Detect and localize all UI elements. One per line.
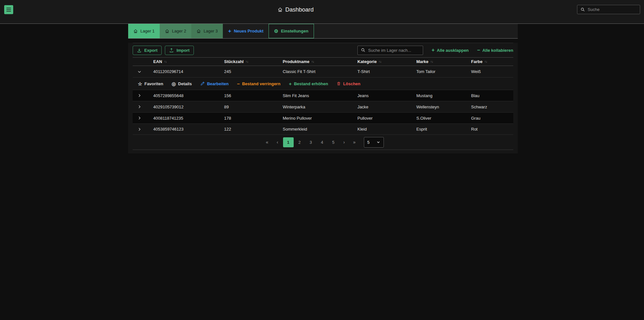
tab-bar: Lager 1 Lager 2 Lager 3 + Neues Produkt … bbox=[128, 24, 518, 39]
page-button-5[interactable]: 5 bbox=[328, 137, 339, 147]
pagination: « ‹ 1 2 3 4 5 › » 5 bbox=[133, 135, 513, 150]
import-button[interactable]: Import bbox=[165, 46, 194, 55]
star-icon: ☆ bbox=[138, 81, 142, 86]
cell-stueckzahl: 178 bbox=[224, 116, 283, 121]
home-icon bbox=[133, 29, 138, 33]
table-header-row: EAN ↑↓ Stückzahl ↑↓ Produktname ↑↓ Kateg… bbox=[133, 57, 513, 66]
table-row[interactable]: 4029105739012 89 Winterparka Jacke Welle… bbox=[133, 101, 513, 112]
table-row[interactable]: 4008118741235 178 Merino Pullover Pullov… bbox=[133, 112, 513, 123]
table-search-input[interactable] bbox=[368, 48, 420, 53]
cell-marke: S.Oliver bbox=[416, 116, 471, 121]
export-label: Export bbox=[144, 48, 157, 53]
expand-row-button[interactable] bbox=[133, 93, 153, 98]
tab-label: Lager 2 bbox=[172, 29, 186, 33]
expand-row-button[interactable] bbox=[133, 116, 153, 120]
cell-marke: Esprit bbox=[416, 127, 471, 132]
cell-farbe: Grau bbox=[471, 116, 513, 121]
cell-kategorie: Pullover bbox=[357, 116, 416, 121]
expand-row-button[interactable] bbox=[133, 127, 153, 132]
next-page-button[interactable]: › bbox=[339, 137, 349, 147]
cell-ean: 4011200296714 bbox=[153, 69, 224, 74]
chevron-down-icon bbox=[376, 140, 380, 144]
tab-label: Neues Produkt bbox=[234, 29, 263, 33]
expand-all-button[interactable]: + Alle ausklappen bbox=[431, 48, 469, 53]
gear-icon: ⚙ bbox=[274, 29, 278, 33]
page-size-select[interactable]: 5 bbox=[364, 137, 384, 148]
cell-farbe: Blau bbox=[471, 93, 513, 98]
minus-icon: − bbox=[477, 48, 480, 53]
home-icon bbox=[196, 29, 201, 33]
table-row[interactable]: 4011200296714 245 Classic Fit T-Shirt T-… bbox=[133, 66, 513, 77]
chevron-down-icon bbox=[137, 69, 142, 74]
plus-icon: + bbox=[228, 28, 231, 34]
tab-label: Einstellungen bbox=[281, 29, 308, 33]
cell-farbe: Rot bbox=[471, 127, 513, 132]
cell-ean: 4057289855648 bbox=[153, 93, 224, 98]
table-row[interactable]: 4057289855648 156 Slim Fit Jeans Jeans M… bbox=[133, 90, 513, 101]
sort-icon: ↑↓ bbox=[164, 60, 166, 63]
sort-icon: ↑↓ bbox=[379, 60, 381, 63]
details-button[interactable]: ◎ Details bbox=[172, 81, 192, 86]
first-page-button[interactable]: « bbox=[262, 137, 272, 147]
prev-page-button[interactable]: ‹ bbox=[273, 137, 282, 147]
topbar: Dashboard bbox=[0, 0, 644, 24]
cell-stueckzahl: 122 bbox=[224, 127, 283, 132]
cell-stueckzahl: 156 bbox=[224, 93, 283, 98]
tab-lager-3[interactable]: Lager 3 bbox=[191, 24, 223, 38]
decrease-stock-button[interactable]: − Bestand verringern bbox=[237, 81, 280, 86]
table-search bbox=[357, 46, 423, 55]
tab-label: Lager 1 bbox=[140, 29, 155, 33]
table-row[interactable]: 4053859746123 122 Sommerkleid Kleid Espr… bbox=[133, 123, 513, 135]
plus-icon: + bbox=[289, 81, 292, 86]
sort-icon: ↑↓ bbox=[431, 60, 433, 63]
global-search bbox=[577, 5, 640, 14]
last-page-button[interactable]: » bbox=[350, 137, 359, 147]
pencil-icon bbox=[200, 81, 205, 86]
page-title-text: Dashboard bbox=[285, 6, 314, 13]
chevron-right-icon bbox=[137, 93, 142, 98]
cell-ean: 4029105739012 bbox=[153, 105, 224, 109]
export-button[interactable]: Export bbox=[133, 46, 162, 55]
favorites-button[interactable]: ☆ Favoriten bbox=[138, 81, 163, 86]
collapse-row-button[interactable] bbox=[133, 69, 153, 74]
page-button-2[interactable]: 2 bbox=[294, 137, 305, 147]
cell-marke: Tom Tailor bbox=[416, 69, 471, 74]
delete-button[interactable]: Löschen bbox=[336, 81, 360, 86]
column-header-kategorie[interactable]: Kategorie ↑↓ bbox=[357, 59, 416, 64]
sort-icon: ↑↓ bbox=[484, 60, 487, 63]
search-icon bbox=[581, 7, 585, 12]
cell-produktname: Winterparka bbox=[283, 105, 357, 109]
global-search-input[interactable] bbox=[588, 7, 637, 12]
tab-lager-1[interactable]: Lager 1 bbox=[128, 24, 160, 38]
minus-icon: − bbox=[237, 81, 240, 86]
column-header-stueckzahl[interactable]: Stückzahl ↑↓ bbox=[224, 59, 283, 64]
expand-row-button[interactable] bbox=[133, 105, 153, 109]
chevron-right-icon bbox=[137, 105, 142, 109]
page-button-4[interactable]: 4 bbox=[317, 137, 327, 147]
cell-produktname: Sommerkleid bbox=[283, 127, 357, 132]
tab-neues-produkt[interactable]: + Neues Produkt bbox=[223, 24, 269, 38]
column-header-marke[interactable]: Marke ↑↓ bbox=[416, 59, 471, 64]
increase-stock-button[interactable]: + Bestand erhöhen bbox=[289, 81, 328, 86]
page-button-3[interactable]: 3 bbox=[306, 137, 316, 147]
cell-ean: 4053859746123 bbox=[153, 127, 224, 132]
cell-produktname: Classic Fit T-Shirt bbox=[283, 69, 357, 74]
cell-marke: Mustang bbox=[416, 93, 471, 98]
column-header-ean[interactable]: EAN ↑↓ bbox=[153, 59, 224, 64]
search-icon bbox=[361, 48, 365, 52]
tab-label: Lager 3 bbox=[204, 29, 218, 33]
inventory-card: Export Import bbox=[128, 43, 518, 153]
page-button-1[interactable]: 1 bbox=[283, 137, 294, 147]
cell-kategorie: T-Shirt bbox=[357, 69, 416, 74]
collapse-all-button[interactable]: − Alle kollabieren bbox=[477, 48, 513, 53]
column-header-farbe[interactable]: Farbe ↑↓ bbox=[471, 59, 513, 64]
plus-icon: + bbox=[431, 48, 434, 53]
cell-kategorie: Jeans bbox=[357, 93, 416, 98]
table-toolbar: Export Import bbox=[133, 43, 513, 57]
hamburger-menu-button[interactable] bbox=[4, 5, 13, 14]
edit-button[interactable]: Bearbeiten bbox=[200, 81, 229, 86]
tab-einstellungen[interactable]: ⚙ Einstellungen bbox=[269, 24, 314, 38]
tab-lager-2[interactable]: Lager 2 bbox=[160, 24, 191, 38]
column-header-produktname[interactable]: Produktname ↑↓ bbox=[283, 59, 357, 64]
cell-farbe: Weiß bbox=[471, 69, 513, 74]
